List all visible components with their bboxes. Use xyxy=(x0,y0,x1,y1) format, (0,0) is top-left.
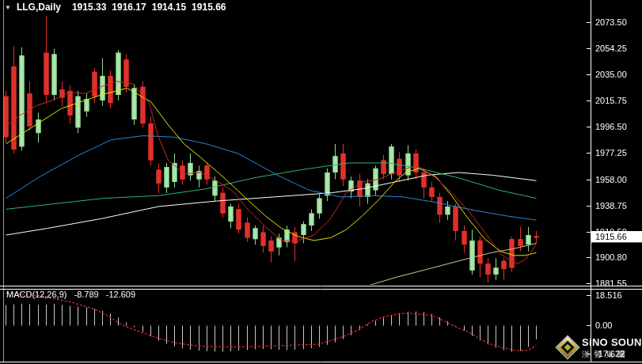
macd-indicator-label: MACD(12,26,9) -8.789 -12.609 xyxy=(6,290,140,299)
price-tick-label: 1938.75 xyxy=(595,201,627,210)
macd-value: -8.789 xyxy=(74,290,98,299)
sino-sound-logo-icon xyxy=(555,335,579,359)
chart-canvas[interactable] xyxy=(0,0,642,364)
price-tick-label: 2073.50 xyxy=(595,17,627,27)
trading-chart-window: ▼ LLG,Daily 1915.33 1916.17 1914.15 1915… xyxy=(0,0,642,364)
open-quote: 1915.33 xyxy=(72,2,106,13)
macd-tick-label: 0.00 xyxy=(595,320,612,330)
price-tick-label: 2035.00 xyxy=(595,70,627,79)
current-price-badge: 1915.66 xyxy=(591,231,642,242)
macd-signal-value: -12.609 xyxy=(106,290,135,299)
price-tick-label: 1900.80 xyxy=(595,252,627,262)
price-tick-label: 2015.75 xyxy=(595,96,627,105)
price-tick-label: 1977.25 xyxy=(595,148,627,157)
high-quote: 1916.17 xyxy=(112,2,146,13)
close-quote: 1915.66 xyxy=(192,2,226,13)
macd-tick-label: -17.622 xyxy=(595,349,625,358)
low-quote: 1914.15 xyxy=(152,2,186,13)
macd-name: MACD(12,26,9) xyxy=(6,290,66,299)
price-tick-label: 2054.25 xyxy=(595,44,627,53)
brand-name: SiNO SOUND xyxy=(582,336,642,348)
chart-title-bar: ▼ LLG,Daily 1915.33 1916.17 1914.15 1915… xyxy=(5,2,232,13)
symbol-dropdown-icon[interactable]: ▼ xyxy=(5,4,11,11)
price-tick-label: 1958.00 xyxy=(595,175,627,184)
macd-tick-label: 18.516 xyxy=(595,290,622,300)
price-tick-label: 1881.55 xyxy=(595,279,627,288)
symbol-period-label: LLG,Daily xyxy=(17,2,61,13)
price-tick-label: 1996.50 xyxy=(595,122,627,131)
